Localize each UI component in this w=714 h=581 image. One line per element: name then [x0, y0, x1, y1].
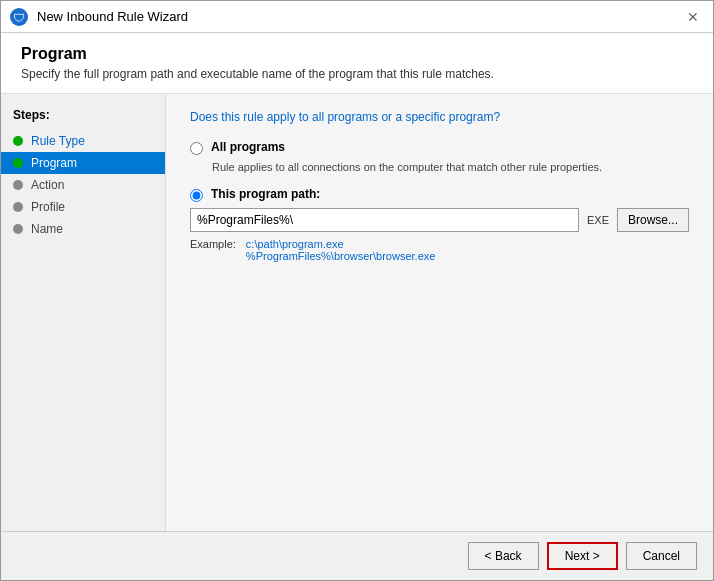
step-dot-profile: [13, 202, 23, 212]
question-text: Does this rule apply to all programs or …: [190, 110, 689, 124]
exe-label: EXE: [583, 214, 613, 226]
sidebar-item-profile[interactable]: Profile: [1, 196, 165, 218]
main-content: Does this rule apply to all programs or …: [166, 94, 713, 531]
example-paths: c:\path\program.exe %ProgramFiles%\brows…: [246, 238, 436, 262]
page-title: Program: [21, 45, 693, 63]
step-dot-name: [13, 224, 23, 234]
all-programs-desc: Rule applies to all connections on the c…: [212, 161, 689, 173]
example-label: Example:: [190, 238, 236, 262]
step-dot-rule-type: [13, 136, 23, 146]
this-program-label[interactable]: This program path:: [211, 187, 320, 201]
all-programs-radio[interactable]: [190, 142, 203, 155]
title-bar-left: 🛡 New Inbound Rule Wizard: [9, 7, 188, 27]
close-button[interactable]: ✕: [681, 5, 705, 29]
step-dot-program: [13, 158, 23, 168]
example-row: Example: c:\path\program.exe %ProgramFil…: [190, 238, 689, 262]
footer: < Back Next > Cancel: [1, 531, 713, 580]
all-programs-label[interactable]: All programs: [211, 140, 285, 154]
sidebar-item-rule-type[interactable]: Rule Type: [1, 130, 165, 152]
title-bar: 🛡 New Inbound Rule Wizard ✕: [1, 1, 713, 33]
this-program-radio[interactable]: [190, 189, 203, 202]
next-button[interactable]: Next >: [547, 542, 618, 570]
sidebar-item-program[interactable]: Program: [1, 152, 165, 174]
steps-label: Steps:: [1, 104, 165, 130]
cancel-button[interactable]: Cancel: [626, 542, 697, 570]
path-input-row: EXE Browse...: [190, 208, 689, 232]
this-program-section: This program path: EXE Browse... Example…: [190, 187, 689, 262]
svg-text:🛡: 🛡: [13, 11, 25, 25]
sidebar: Steps: Rule Type Program Action Profile …: [1, 94, 166, 531]
step-label-rule-type: Rule Type: [31, 134, 85, 148]
all-programs-option[interactable]: All programs: [190, 140, 689, 155]
step-label-action: Action: [31, 178, 64, 192]
content-area: Steps: Rule Type Program Action Profile …: [1, 94, 713, 531]
step-label-program: Program: [31, 156, 77, 170]
sidebar-item-action[interactable]: Action: [1, 174, 165, 196]
sidebar-item-name[interactable]: Name: [1, 218, 165, 240]
step-label-profile: Profile: [31, 200, 65, 214]
all-programs-group: All programs Rule applies to all connect…: [190, 140, 689, 173]
page-subtitle: Specify the full program path and execut…: [21, 67, 693, 81]
this-program-option[interactable]: This program path:: [190, 187, 689, 202]
step-label-name: Name: [31, 222, 63, 236]
browse-button[interactable]: Browse...: [617, 208, 689, 232]
wizard-icon: 🛡: [9, 7, 29, 27]
wizard-window: 🛡 New Inbound Rule Wizard ✕ Program Spec…: [0, 0, 714, 581]
step-dot-action: [13, 180, 23, 190]
program-path-input[interactable]: [190, 208, 579, 232]
window-title: New Inbound Rule Wizard: [37, 9, 188, 24]
header-section: Program Specify the full program path an…: [1, 33, 713, 94]
back-button[interactable]: < Back: [468, 542, 539, 570]
